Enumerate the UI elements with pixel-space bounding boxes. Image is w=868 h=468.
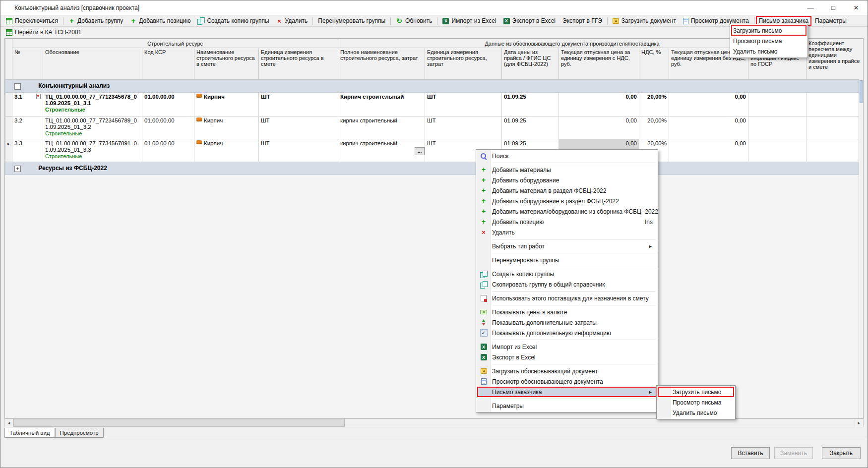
column-header-vat[interactable]: НДС, % [639, 48, 669, 80]
tab-preview[interactable]: Предпросмотр [55, 428, 104, 438]
tab-table-view[interactable]: Табличный вид [4, 428, 55, 438]
ellipsis-button[interactable]: ... [415, 147, 425, 155]
add-icon: + [481, 187, 487, 194]
scroll-right-button[interactable]: ► [855, 419, 863, 427]
submenu-arrow-icon: ► [648, 244, 653, 249]
scrollbar-track[interactable] [13, 419, 855, 427]
menu-item-delete-letter[interactable]: Удалить письмо [731, 46, 806, 57]
column-header-name[interactable]: Наименование строительного ресурса в сме… [194, 48, 259, 80]
menu-item-customer-letter[interactable]: Письмо заказчика► [477, 387, 657, 397]
column-header-unit[interactable]: Единица измерения строительного ресурса … [259, 48, 338, 80]
menu-item-load-letter[interactable]: Загрузить письмо [731, 25, 806, 36]
menu-separator [493, 340, 656, 340]
import-excel-button[interactable]: XИмпорт из Excel [439, 16, 499, 26]
table-row[interactable]: 3.1 ТЦ_01.00.00.00_77_7712345678_01.09.2… [5, 93, 864, 117]
delete-button[interactable]: ×Удалить [273, 16, 311, 26]
checkmark-icon: ✓ [480, 329, 488, 337]
column-header-ksr-code[interactable]: Код КСР [142, 48, 194, 80]
menu-item-search[interactable]: Поиск [477, 151, 657, 161]
load-document-button[interactable]: Загрузить документ [609, 16, 680, 26]
maximize-button[interactable]: □ [822, 0, 845, 15]
column-header-full-name[interactable]: Полное наименование строительного ресурс… [338, 48, 425, 80]
menu-item-show-extra-costs[interactable]: Показывать дополнительные затраты [477, 317, 657, 328]
vertical-scrollbar-thumb[interactable] [860, 80, 863, 103]
menu-item-select-work-type[interactable]: Выбрать тип работ► [477, 241, 657, 251]
export-gge-button[interactable]: Экспорт в ГГЭ [559, 16, 606, 26]
table-row[interactable]: ► 3.3 ТЦ_01.00.00.00_77_7734567891_01.09… [5, 139, 864, 162]
vertical-scrollbar[interactable] [859, 79, 863, 418]
expand-button[interactable]: + [14, 166, 21, 172]
menu-item-use-supplier[interactable]: Использовать этого поставщика для назнач… [477, 293, 657, 303]
go-to-ka-tsn-button[interactable]: Перейти в КА ТСН-2001 [2, 27, 85, 38]
menu-item-add-position[interactable]: +Добавить позициюIns [477, 217, 657, 227]
insert-button[interactable]: Вставить [731, 447, 770, 459]
parameters-button[interactable]: Параметры [811, 16, 850, 26]
menu-item-view-justifying-document[interactable]: Просмотр обосновывающего документа [477, 376, 657, 387]
titlebar: Конъюнктурный анализ [справочник проекта… [0, 0, 868, 15]
refresh-button[interactable]: ↻Обновить [392, 16, 435, 26]
scroll-left-button[interactable]: ◄ [5, 419, 13, 427]
menu-item-show-currency-prices[interactable]: Показывать цены в валюте [477, 307, 657, 317]
menu-item-export-excel[interactable]: XЭкспорт в Excel [477, 352, 657, 362]
menu-item-add-material-fsbc[interactable]: +Добавить материал в раздел ФСБЦ-2022 [477, 185, 657, 196]
toolbar-separator [63, 17, 63, 25]
justification-cell: ТЦ_01.00.00.00_77_7712345678_01.09.2025_… [45, 94, 140, 113]
column-header-num[interactable]: № [12, 48, 43, 80]
attached-document-icon [36, 94, 41, 99]
scrollbar-thumb[interactable] [13, 419, 345, 427]
group-row-fsbc[interactable]: + Ресурсы из ФСБЦ-2022 [5, 162, 864, 175]
material-icon [196, 94, 202, 98]
submenu-item-view-letter[interactable]: Просмотр письма [658, 397, 734, 408]
resource-type-label: Строительные [45, 130, 140, 137]
table-row[interactable]: 3.2 ТЦ_01.00.00.00_77_7723456789_01.09.2… [5, 117, 864, 139]
menu-item-delete[interactable]: ×Удалить [477, 227, 657, 237]
menu-item-import-excel[interactable]: XИмпорт из Excel [477, 342, 657, 352]
excel-icon: X [442, 18, 449, 24]
close-window-button[interactable]: × [845, 0, 868, 15]
horizontal-scrollbar[interactable]: ◄ ► [4, 419, 864, 427]
menu-item-copy-group-to-shared[interactable]: Скопировать группу в общий справочник [477, 279, 657, 290]
renumber-groups-button[interactable]: Перенумеровать группы [314, 16, 389, 26]
toolbar-separator [437, 17, 437, 25]
menu-item-view-letter[interactable]: Просмотр письма [731, 36, 806, 46]
replace-button[interactable]: Заменить [774, 447, 813, 459]
column-header-price-date[interactable]: Дата цены из прайса / ФГИС ЦС (для ФСБЦ-… [502, 48, 559, 80]
currency-icon [480, 310, 487, 314]
collapse-button[interactable]: - [14, 83, 21, 90]
menu-item-show-extra-info[interactable]: ✓Показывать дополнительную информацию [477, 328, 657, 338]
column-header-justification[interactable]: Обоснование [43, 48, 142, 80]
column-header-doc-unit[interactable]: Единица измерения строительного ресурса,… [425, 48, 502, 80]
column-header-coefficient[interactable]: Коэффициент пересчета между единицами из… [806, 39, 864, 80]
group-row-ka[interactable]: - Конъюнктурный анализ [5, 80, 864, 93]
submenu-item-load-letter[interactable]: Загрузить письмо [658, 387, 734, 397]
letter-submenu: Загрузить письмо Просмотр письма Удалить… [656, 385, 736, 419]
grid-icon [6, 29, 12, 36]
menu-item-copy-group[interactable]: Создать копию группы [477, 269, 657, 279]
menu-item-parameters[interactable]: Параметры [477, 401, 657, 411]
export-excel-button[interactable]: XЭкспорт в Excel [500, 16, 559, 26]
grid: Строительный ресурс Данные из обосновыва… [4, 38, 864, 419]
view-tabs: Табличный вид Предпросмотр [0, 427, 868, 438]
justification-cell: ТЦ_01.00.00.00_77_7734567891_01.09.2025_… [45, 140, 140, 160]
close-button[interactable]: Закрыть [822, 447, 861, 459]
extra-costs-icon [481, 319, 487, 326]
menu-item-load-justifying-document[interactable]: Загрузить обосновывающий документ [477, 366, 657, 376]
refresh-icon: ↻ [396, 17, 403, 24]
menu-item-renumber-groups[interactable]: Перенумеровать группы [477, 255, 657, 265]
app-window: Конъюнктурный анализ [справочник проекта… [0, 0, 868, 468]
menu-item-add-equipment-fsbc[interactable]: +Добавить оборудование в раздел ФСБЦ-202… [477, 196, 657, 206]
menu-separator [493, 364, 656, 364]
copy-group-button[interactable]: Создать копию группы [194, 16, 272, 26]
switch-button[interactable]: Переключиться [2, 16, 62, 26]
menu-item-add-equipment[interactable]: +Добавить оборудование [477, 175, 657, 185]
view-document-icon [683, 18, 688, 24]
add-group-button[interactable]: +Добавить группу [65, 16, 126, 26]
add-position-button[interactable]: +Добавить позицию [126, 16, 194, 26]
context-menu: Поиск +Добавить материалы +Добавить обор… [476, 149, 658, 412]
menu-item-add-materials[interactable]: +Добавить материалы [477, 165, 657, 175]
submenu-item-delete-letter[interactable]: Удалить письмо [658, 408, 734, 418]
menu-item-add-from-fsbc-collection[interactable]: +Добавить материал/оборудование из сборн… [477, 206, 657, 217]
upload-document-icon [481, 368, 487, 374]
minimize-button[interactable]: — [799, 0, 822, 15]
column-header-price-with-vat[interactable]: Текущая отпускная цена за единицу измере… [559, 48, 639, 80]
